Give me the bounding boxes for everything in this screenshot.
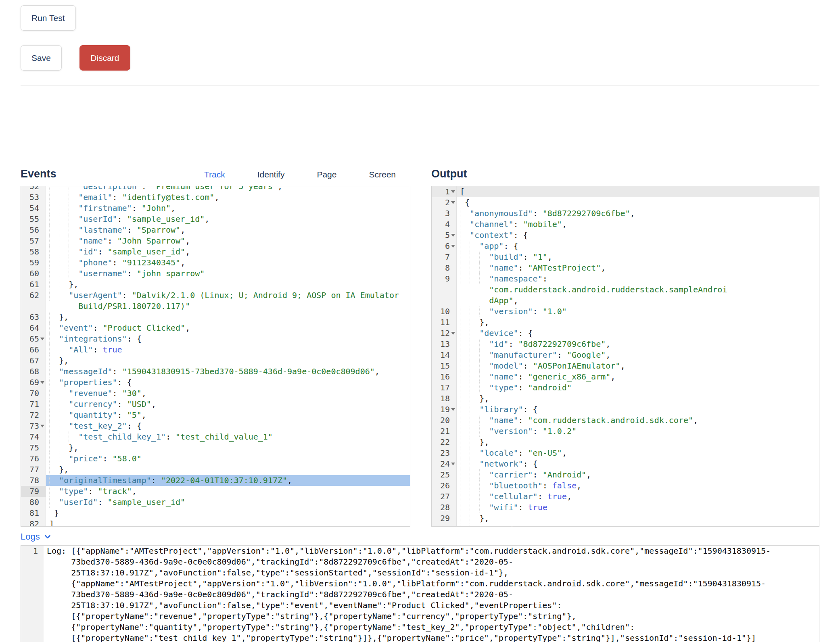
- page: Run Test Save Discard Events TrackIdenti…: [0, 0, 840, 642]
- code-line: 55 "userId": "sample_user_id",: [21, 214, 410, 225]
- code-line: 10 "version": "1.0": [432, 306, 819, 317]
- code-line: 18 },: [432, 393, 819, 404]
- tab-track[interactable]: Track: [204, 170, 225, 179]
- code-line: 67 },: [21, 355, 410, 366]
- code-line: 74 "test_child_key_1": "test_child_value…: [21, 431, 410, 442]
- code-line: 52 "description": "Premium user for 5 ye…: [21, 186, 410, 192]
- event-type-tabs: TrackIdentifyPageScreen: [204, 170, 396, 179]
- code-line: 65 "integrations": {: [21, 334, 410, 344]
- chevron-down-icon: [43, 532, 52, 541]
- code-line: 3 "anonymousId": "8d872292709c6fbe",: [432, 208, 819, 219]
- tab-screen[interactable]: Screen: [369, 170, 396, 179]
- code-line: 5 "context": {: [432, 230, 819, 241]
- line-number-gutter: 81: [21, 508, 46, 519]
- collapse-arrow-icon[interactable]: [40, 425, 44, 427]
- collapse-arrow-icon[interactable]: [451, 234, 455, 237]
- code-line: 54 "firstname": "John",: [21, 203, 410, 214]
- code-line: 20 "name": "com.rudderstack.android.sdk.…: [432, 415, 819, 426]
- tab-page[interactable]: Page: [317, 170, 336, 179]
- code-line: 56 "lastname": "Sparrow",: [21, 225, 410, 236]
- code-line: 68 "messageId": "1590431830915-73bed370-…: [21, 366, 410, 377]
- discard-button[interactable]: Discard: [79, 45, 130, 71]
- events-json-editor[interactable]: 52 "description": "Premium user for 5 ye…: [21, 186, 410, 527]
- code-line: 26 "bluetooth": false,: [432, 480, 819, 491]
- code-line: 9 "namespace": "com.rudderstack.android.…: [432, 273, 819, 306]
- code-line: 4 "channel": "mobile",: [432, 219, 819, 230]
- code-line: 70 "revenue": "30",: [21, 388, 410, 399]
- output-panel-header: Output: [431, 168, 819, 186]
- code-line: 27 "cellular": true,: [432, 491, 819, 502]
- code-line: 1[: [432, 186, 819, 197]
- code-line: 7 "build": "1",: [432, 252, 819, 263]
- code-line: 16 "name": "generic_x86_arm",: [432, 371, 819, 382]
- line-number-gutter: 2: [432, 197, 457, 208]
- output-json-editor[interactable]: 1[2 {3 "anonymousId": "8d872292709c6fbe"…: [431, 186, 819, 527]
- output-panel: Output 1[2 {3 "anonymousId": "8d87229270…: [431, 168, 819, 527]
- panels: Events TrackIdentifyPageScreen 52 "descr…: [21, 168, 819, 527]
- code-line: 64 "event": "Product Clicked",: [21, 323, 410, 334]
- line-number-gutter: 1: [21, 546, 44, 642]
- code-line: 28 "wifi": true: [432, 502, 819, 513]
- code-line: 58 "id": "sample_user_id",: [21, 246, 410, 257]
- divider: [21, 85, 819, 85]
- code-line: 6 "app": {: [432, 241, 819, 252]
- collapse-arrow-icon[interactable]: [451, 332, 455, 335]
- code-line: 22 },: [432, 437, 819, 448]
- code-line: 24 "network": {: [432, 459, 819, 469]
- code-line: 12 "device": {: [432, 328, 819, 339]
- code-line: 14 "manufacturer": "Google",: [432, 350, 819, 361]
- code-line: 60 "username": "john_sparrow": [21, 268, 410, 279]
- code-line: 63 },: [21, 312, 410, 323]
- code-line: 81 }: [21, 508, 410, 519]
- collapse-arrow-icon[interactable]: [451, 408, 455, 411]
- events-panel: Events TrackIdentifyPageScreen 52 "descr…: [21, 168, 410, 527]
- code-line: 21 "version": "1.0.2": [432, 426, 819, 437]
- collapse-arrow-icon[interactable]: [451, 201, 455, 204]
- save-button[interactable]: Save: [21, 45, 62, 71]
- save-toolbar: Save Discard: [21, 45, 819, 71]
- code-line: 76 "price": "58.0": [21, 453, 410, 464]
- output-title: Output: [431, 168, 467, 180]
- code-line: 53 "email": "identify@test.com",: [21, 192, 410, 203]
- run-toolbar: Run Test: [21, 5, 819, 31]
- run-test-button[interactable]: Run Test: [21, 5, 76, 31]
- code-line: 79 "type": "track",: [21, 486, 410, 497]
- collapse-arrow-icon[interactable]: [40, 338, 44, 340]
- events-title: Events: [21, 168, 56, 180]
- code-line: 66 "All": true: [21, 344, 410, 355]
- code-line: 72 "quantity": "5",: [21, 410, 410, 421]
- log-line: 1Log: [{"appName":"AMTestProject","appVe…: [21, 546, 819, 642]
- code-line: 19 "library": {: [432, 404, 819, 415]
- code-line: 2 {: [432, 197, 819, 208]
- events-panel-header: Events TrackIdentifyPageScreen: [21, 168, 410, 186]
- code-line: 29 },: [432, 513, 819, 524]
- code-line: 80 "userId": "sample_user_id": [21, 497, 410, 508]
- collapse-arrow-icon[interactable]: [451, 245, 455, 248]
- code-line: 8 "name": "AMTestProject",: [432, 263, 819, 273]
- collapse-arrow-icon[interactable]: [451, 463, 455, 465]
- code-line: 82]: [21, 519, 410, 527]
- code-line: 13 "id": "8d872292709c6fbe",: [432, 339, 819, 350]
- code-line: 23 "locale": "en-US",: [432, 448, 819, 459]
- collapse-arrow-icon[interactable]: [451, 190, 455, 193]
- code-line: 57 "name": "John Sparrow",: [21, 236, 410, 246]
- line-number-gutter: 82: [21, 519, 46, 527]
- tab-identify[interactable]: Identify: [257, 170, 285, 179]
- code-line: 11 },: [432, 317, 819, 328]
- logs-label: Logs: [21, 532, 40, 542]
- collapse-arrow-icon[interactable]: [40, 381, 44, 384]
- code-line: 73 "test_key_2": {: [21, 421, 410, 431]
- logs-toggle[interactable]: Logs: [21, 532, 819, 542]
- code-line: 17 "type": "android": [432, 382, 819, 393]
- code-line: 78 "originalTimestamp": "2022-04-01T10:3…: [21, 475, 410, 486]
- logs-console[interactable]: 1Log: [{"appName":"AMTestProject","appVe…: [21, 545, 819, 642]
- code-line: 75 },: [21, 442, 410, 453]
- code-line: 62 "userAgent": "Dalvik/2.1.0 (Linux; U;…: [21, 290, 410, 312]
- code-line: 71 "currency": "USD",: [21, 399, 410, 410]
- code-line: 30 "os": {: [432, 524, 819, 527]
- code-line: 61 },: [21, 279, 410, 290]
- code-line: 15 "model": "AOSPonIAEmulator",: [432, 361, 819, 371]
- code-line: 59 "phone": "9112340345",: [21, 257, 410, 268]
- code-line: 69 "properties": {: [21, 377, 410, 388]
- code-line: 25 "carrier": "Android",: [432, 469, 819, 480]
